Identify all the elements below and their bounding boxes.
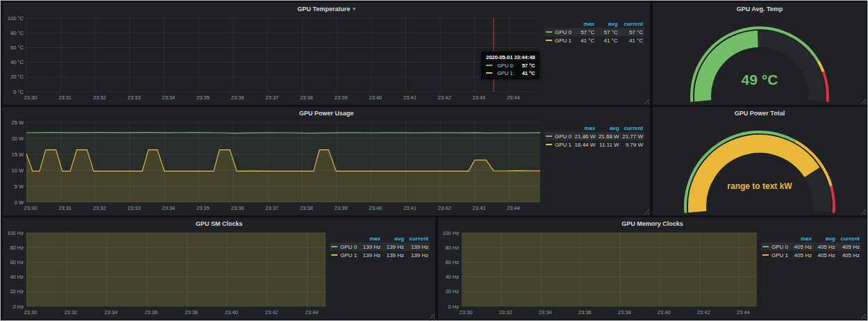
memory-clocks-graph-area: 100 Hz80 Hz60 Hz40 Hz20 Hz0 Hz23:3023:32… xyxy=(441,229,865,318)
series-color-dash-icon xyxy=(546,40,552,41)
panel-gpu-temperature: GPU Temperature ▾ 100 °C80 °C60 °C40 °C2… xyxy=(3,3,650,105)
svg-text:23:40: 23:40 xyxy=(658,309,671,315)
svg-text:23:38: 23:38 xyxy=(185,309,198,315)
power-chart[interactable]: 25 W20 W15 W10 W5 W0 W23:3023:3123:3223:… xyxy=(6,119,544,213)
panel-gpu-power-usage: GPU Power Usage 25 W20 W15 W10 W5 W0 W23… xyxy=(3,107,650,215)
temperature-chart[interactable]: 100 °C80 °C60 °C40 °C20 °C0 °C23:3023:31… xyxy=(6,15,544,103)
svg-text:23:35: 23:35 xyxy=(197,205,210,211)
tooltip-row-gpu1: GPU 1: 41 °C xyxy=(486,70,535,76)
svg-text:23:36: 23:36 xyxy=(578,309,592,315)
svg-text:23:34: 23:34 xyxy=(162,94,175,101)
power-total-gauge-area xyxy=(653,118,867,215)
svg-text:20 W: 20 W xyxy=(11,135,24,142)
svg-text:23:44: 23:44 xyxy=(507,205,520,211)
panel-title-gpu-sm-clocks[interactable]: GPU SM Clocks xyxy=(3,217,435,229)
svg-text:23:44: 23:44 xyxy=(507,94,520,101)
tooltip-series-value: 41 °C xyxy=(518,70,535,76)
svg-text:23:31: 23:31 xyxy=(58,205,72,211)
tooltip-series-name: GPU 0: xyxy=(497,63,515,69)
svg-text:23:36: 23:36 xyxy=(144,309,158,315)
grafana-dashboard: GPU Temperature ▾ 100 °C80 °C60 °C40 °C2… xyxy=(0,0,868,321)
svg-text:23:37: 23:37 xyxy=(265,205,278,211)
svg-text:23:42: 23:42 xyxy=(438,94,451,101)
panel-title-text: GPU Power Usage xyxy=(299,110,354,117)
power-total-gauge xyxy=(653,118,867,215)
svg-text:23:31: 23:31 xyxy=(58,94,72,101)
panel-gpu-memory-clocks: GPU Memory Clocks 100 Hz80 Hz60 Hz40 Hz2… xyxy=(438,217,867,320)
svg-text:23:39: 23:39 xyxy=(335,94,348,101)
legend-row[interactable]: GPU 021.86 W21.68 W21.77 W xyxy=(544,132,644,140)
svg-text:80 Hz: 80 Hz xyxy=(445,245,459,251)
svg-text:23:30: 23:30 xyxy=(24,94,37,101)
svg-text:23:44: 23:44 xyxy=(306,309,319,315)
legend-table: maxavgcurrentGPU 057 °C57 °C57 °CGPU 141… xyxy=(544,19,644,44)
svg-text:23:42: 23:42 xyxy=(438,205,451,211)
svg-text:23:30: 23:30 xyxy=(24,309,37,315)
legend-row[interactable]: GPU 1139 Hz139 Hz139 Hz xyxy=(330,251,430,259)
power-legend: maxavgcurrentGPU 021.86 W21.68 W21.77 WG… xyxy=(544,119,649,213)
svg-text:23:43: 23:43 xyxy=(472,94,485,101)
memory-clocks-legend: maxavgcurrentGPU 0405 Hz405 Hz405 HzGPU … xyxy=(761,229,865,318)
panel-title-gpu-memory-clocks[interactable]: GPU Memory Clocks xyxy=(438,217,867,229)
svg-text:100 Hz: 100 Hz xyxy=(7,230,24,236)
svg-text:23:42: 23:42 xyxy=(697,309,710,315)
series-color-dash-icon xyxy=(762,254,769,256)
svg-text:20 °C: 20 °C xyxy=(10,74,24,80)
legend-row[interactable]: GPU 116.44 W11.11 W9.79 W xyxy=(544,140,644,149)
panel-gpu-avg-temp: GPU Avg. Temp 49 °C xyxy=(653,3,867,105)
svg-text:60 °C: 60 °C xyxy=(10,44,24,51)
legend-row[interactable]: GPU 141 °C41 °C41 °C xyxy=(544,36,644,44)
legend-table: maxavgcurrentGPU 0405 Hz405 Hz405 HzGPU … xyxy=(761,234,861,259)
panel-title-gpu-power-total[interactable]: GPU Power Total xyxy=(653,107,867,119)
svg-text:23:40: 23:40 xyxy=(369,94,382,101)
legend-row[interactable]: GPU 0405 Hz405 Hz405 Hz xyxy=(761,242,861,251)
svg-text:23:43: 23:43 xyxy=(472,205,485,211)
svg-text:23:32: 23:32 xyxy=(499,309,512,315)
series-color-dash-icon xyxy=(486,72,492,74)
panel-title-text: GPU Memory Clocks xyxy=(621,220,683,227)
memory-clocks-chart[interactable]: 100 Hz80 Hz60 Hz40 Hz20 Hz0 Hz23:3023:32… xyxy=(441,229,761,318)
panel-title-gpu-power-usage[interactable]: GPU Power Usage xyxy=(3,107,650,119)
panel-title-text: GPU SM Clocks xyxy=(196,220,243,227)
svg-text:23:33: 23:33 xyxy=(128,205,141,211)
panel-title-gpu-avg-temp[interactable]: GPU Avg. Temp xyxy=(653,3,867,15)
svg-text:0 W: 0 W xyxy=(15,199,24,206)
legend-row[interactable]: GPU 0139 Hz139 Hz139 Hz xyxy=(330,242,430,251)
svg-text:10 W: 10 W xyxy=(11,167,24,174)
series-color-dash-icon xyxy=(331,246,337,247)
sm-clocks-legend: maxavgcurrentGPU 0139 Hz139 Hz139 HzGPU … xyxy=(330,229,434,318)
sm-clocks-chart[interactable]: 100 Hz80 Hz60 Hz40 Hz20 Hz0 Hz23:3023:32… xyxy=(6,229,330,318)
temperature-legend: maxavgcurrentGPU 057 °C57 °C57 °CGPU 141… xyxy=(544,15,649,103)
svg-text:23:32: 23:32 xyxy=(93,205,106,211)
svg-text:23:36: 23:36 xyxy=(231,205,244,211)
svg-text:23:32: 23:32 xyxy=(64,309,77,315)
svg-text:23:30: 23:30 xyxy=(460,309,473,315)
legend-row[interactable]: GPU 057 °C57 °C57 °C xyxy=(544,28,644,36)
svg-text:23:41: 23:41 xyxy=(403,205,417,211)
series-color-dash-icon xyxy=(546,31,552,33)
series-color-dash-icon xyxy=(546,135,552,137)
svg-text:40 °C: 40 °C xyxy=(10,59,24,65)
panel-title-gpu-temperature[interactable]: GPU Temperature ▾ xyxy=(3,3,650,15)
svg-text:23:38: 23:38 xyxy=(300,94,313,101)
svg-text:100 °C: 100 °C xyxy=(8,15,24,22)
panel-title-text: GPU Power Total xyxy=(735,110,785,117)
svg-text:100 Hz: 100 Hz xyxy=(442,230,459,236)
svg-text:60 Hz: 60 Hz xyxy=(445,259,459,265)
panel-title-text: GPU Temperature xyxy=(297,6,350,13)
legend-row[interactable]: GPU 1405 Hz405 Hz405 Hz xyxy=(761,251,861,259)
temperature-graph-area: 100 °C80 °C60 °C40 °C20 °C0 °C23:3023:31… xyxy=(6,15,649,103)
svg-text:23:30: 23:30 xyxy=(24,205,37,211)
svg-text:23:41: 23:41 xyxy=(403,94,417,101)
svg-text:23:35: 23:35 xyxy=(197,94,210,101)
svg-text:0 Hz: 0 Hz xyxy=(13,304,24,310)
legend-table: maxavgcurrentGPU 021.86 W21.68 W21.77 WG… xyxy=(544,124,644,149)
svg-text:5 W: 5 W xyxy=(15,183,24,190)
series-color-dash-icon xyxy=(762,246,769,247)
graph-tooltip: 2020-05-01 23:44:48 GPU 0: 57 °C GPU 1: … xyxy=(481,51,540,79)
svg-text:20 Hz: 20 Hz xyxy=(10,288,24,295)
svg-text:80 °C: 80 °C xyxy=(10,30,24,36)
svg-text:80 Hz: 80 Hz xyxy=(10,245,24,251)
tooltip-timestamp: 2020-05-01 23:44:48 xyxy=(486,54,535,60)
avg-temp-gauge xyxy=(653,14,867,104)
